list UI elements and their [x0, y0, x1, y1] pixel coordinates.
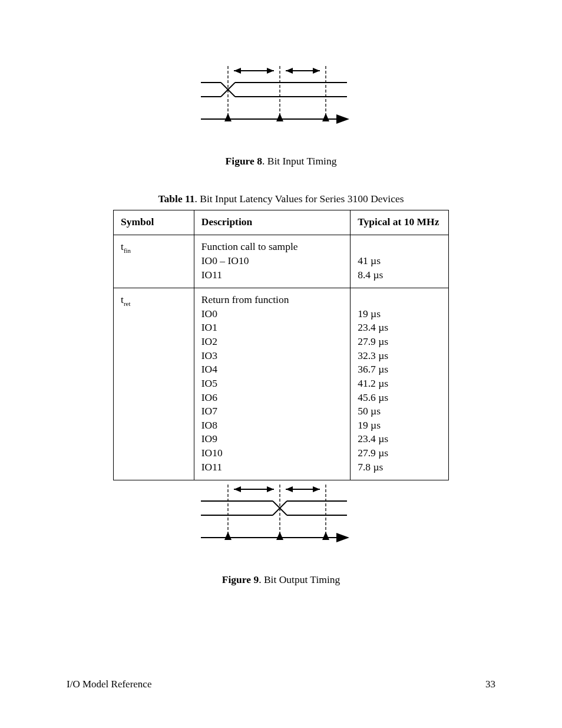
svg-marker-19: [322, 113, 329, 121]
line: IO1: [201, 321, 343, 335]
page-footer: I/O Model Reference 33: [67, 678, 495, 691]
figure-9-number: Figure 9: [222, 574, 259, 585]
footer-left: I/O Model Reference: [67, 678, 151, 691]
figure-9-title: . Bit Output Timing: [259, 574, 340, 585]
col-typical: Typical at 10 MHz: [351, 210, 449, 235]
line: 27.9 µs: [358, 335, 441, 349]
line: Function call to sample: [201, 240, 343, 254]
description-cell: Function call to sampleIO0 – IO10IO11: [194, 235, 350, 288]
page: Figure 8. Bit Input Timing Table 11. Bit…: [0, 0, 562, 728]
line: 27.9 µs: [358, 446, 441, 460]
line: 19 µs: [358, 307, 441, 321]
typical-cell: 41 µs8.4 µs: [351, 235, 449, 288]
symbol-sub: ret: [124, 300, 131, 307]
line: 7.8 µs: [358, 460, 441, 475]
svg-marker-36: [336, 533, 349, 542]
table-row: tfin Function call to sampleIO0 – IO10IO…: [114, 235, 449, 288]
line: IO7: [201, 404, 343, 419]
line: 41.2 µs: [358, 377, 441, 391]
figure-8-diagram: [193, 58, 369, 134]
svg-marker-5: [267, 68, 274, 74]
line: IO4: [201, 363, 343, 377]
line: IO8: [201, 419, 343, 433]
typical-lines: 19 µs23.4 µs27.9 µs32.3 µs36.7 µs41.2 µs…: [358, 293, 441, 474]
line: IO11: [201, 460, 343, 475]
table-row: tret Return from functionIO0IO1IO2IO3IO4…: [114, 288, 449, 480]
table-11-number: Table 11: [158, 193, 194, 205]
line: [358, 293, 441, 307]
table-header-row: Symbol Description Typical at 10 MHz: [114, 210, 449, 235]
svg-marker-24: [234, 486, 241, 492]
typical-cell: 19 µs23.4 µs27.9 µs32.3 µs36.7 µs41.2 µs…: [351, 288, 449, 480]
figure-8-title: . Bit Input Timing: [262, 155, 336, 167]
latency-table: Symbol Description Typical at 10 MHz tfi…: [113, 210, 449, 481]
svg-marker-25: [267, 486, 274, 492]
line: IO5: [201, 377, 343, 391]
svg-marker-4: [234, 68, 241, 74]
line: 32.3 µs: [358, 349, 441, 363]
line: 41 µs: [358, 254, 441, 268]
line: IO0: [201, 307, 343, 321]
col-description: Description: [194, 210, 350, 235]
symbol-cell: tret: [114, 288, 194, 480]
figure-9-caption: Figure 9. Bit Output Timing: [222, 573, 340, 587]
description-lines: Function call to sampleIO0 – IO10IO11: [201, 240, 343, 282]
line: 23.4 µs: [358, 432, 441, 446]
line: IO10: [201, 446, 343, 460]
symbol-sub: fin: [124, 247, 131, 254]
svg-marker-27: [286, 486, 293, 492]
line: 19 µs: [358, 419, 441, 433]
col-symbol: Symbol: [114, 210, 194, 235]
svg-marker-8: [313, 68, 320, 74]
line: Return from function: [201, 293, 343, 307]
line: 8.4 µs: [358, 268, 441, 282]
table-11-caption: Table 11. Bit Input Latency Values for S…: [0, 192, 562, 206]
line: IO11: [201, 268, 343, 282]
description-lines: Return from functionIO0IO1IO2IO3IO4IO5IO…: [201, 293, 343, 474]
line: 50 µs: [358, 404, 441, 419]
line: [358, 240, 441, 254]
svg-marker-7: [286, 68, 293, 74]
line: IO9: [201, 432, 343, 446]
line: IO6: [201, 391, 343, 405]
typical-lines: 41 µs8.4 µs: [358, 240, 441, 282]
svg-marker-16: [336, 114, 349, 124]
figure-9-wrap: Figure 9. Bit Output Timing: [0, 476, 562, 587]
line: IO3: [201, 349, 343, 363]
line: IO0 – IO10: [201, 254, 343, 268]
table-11-title: . Bit Input Latency Values for Series 31…: [195, 193, 404, 205]
line: 36.7 µs: [358, 363, 441, 377]
svg-marker-28: [313, 486, 320, 492]
symbol-cell: tfin: [114, 235, 194, 288]
svg-marker-17: [224, 113, 232, 121]
line: 23.4 µs: [358, 321, 441, 335]
figure-8-wrap: Figure 8. Bit Input Timing: [0, 58, 562, 169]
svg-marker-38: [276, 532, 283, 540]
figure-8-number: Figure 8: [226, 155, 262, 167]
svg-marker-18: [276, 113, 283, 121]
line: IO2: [201, 335, 343, 349]
svg-marker-39: [322, 532, 329, 540]
figure-9-diagram: [193, 476, 369, 553]
figure-8-caption: Figure 8. Bit Input Timing: [226, 154, 337, 169]
svg-marker-37: [224, 532, 232, 540]
table-11-wrap: Table 11. Bit Input Latency Values for S…: [0, 192, 562, 480]
footer-right: 33: [485, 678, 495, 691]
line: 45.6 µs: [358, 391, 441, 405]
description-cell: Return from functionIO0IO1IO2IO3IO4IO5IO…: [194, 288, 350, 480]
